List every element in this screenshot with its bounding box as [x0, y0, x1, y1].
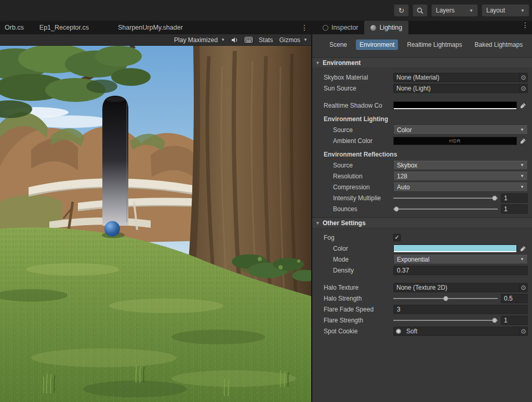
foldout-icon: ▼	[315, 60, 320, 66]
compression-row: Compression Auto ▼	[324, 182, 528, 192]
inspector-icon	[323, 25, 328, 31]
lighting-source-row: Source Color ▼	[324, 125, 528, 135]
chevron-down-icon: ▼	[521, 8, 525, 13]
search-button[interactable]	[413, 4, 428, 17]
reflections-source-row: Source Skybox ▼	[324, 160, 528, 170]
tab-inspector[interactable]: Inspector	[316, 21, 364, 34]
intensity-multiplier-value[interactable]: 1	[501, 193, 528, 203]
spot-cookie-row: Spot Cookie Soft ⊙	[324, 326, 528, 336]
fog-mode-dropdown[interactable]: Exponential ▼	[393, 255, 528, 264]
chevron-down-icon: ▼	[469, 8, 473, 13]
fog-density-field[interactable]: 0.37	[393, 266, 528, 275]
flare-strength-row: Flare Strength 1	[324, 315, 528, 325]
object-picker-icon[interactable]: ⊙	[519, 73, 527, 82]
fog-mode-row: Mode Exponential ▼	[324, 254, 528, 264]
reflections-source-dropdown[interactable]: Skybox ▼	[393, 161, 528, 170]
resolution-dropdown[interactable]: 128 ▼	[393, 172, 528, 181]
other-settings-section-header[interactable]: ▼ Other Settings	[312, 217, 532, 228]
stats-button[interactable]: Stats	[259, 36, 273, 44]
eyedropper-icon[interactable]	[518, 137, 528, 145]
flare-strength-slider[interactable]	[393, 316, 498, 325]
play-maximized-dropdown[interactable]: Play Maximized ▼	[174, 36, 225, 44]
fog-row: Fog ✓	[324, 232, 528, 242]
resolution-row: Resolution 128 ▼	[324, 171, 528, 181]
check-icon: ✓	[394, 235, 399, 240]
layers-dropdown[interactable]: Layers ▼	[431, 4, 478, 17]
chevron-down-icon: ▼	[303, 37, 308, 42]
subtab-scene[interactable]: Scene	[326, 40, 351, 50]
fog-color-row: Color	[324, 243, 528, 253]
panel-tabs: Inspector Lighting ⋮	[312, 21, 532, 34]
layout-dropdown[interactable]: Layout ▼	[482, 4, 529, 17]
sun-source-row: Sun Source None (Light) ⊙	[324, 83, 528, 93]
skybox-material-field[interactable]: None (Material) ⊙	[393, 73, 528, 82]
search-icon	[417, 7, 423, 14]
object-picker-icon[interactable]: ⊙	[519, 84, 527, 93]
scene-image	[0, 46, 311, 402]
chevron-down-icon: ▼	[520, 127, 524, 132]
bounces-row: Bounces 1	[324, 204, 528, 214]
intensity-multiplier-row: Intensity Multiplie 1	[324, 193, 528, 203]
chevron-down-icon: ▼	[520, 185, 524, 189]
flare-fade-speed-field[interactable]: 3	[393, 305, 528, 314]
script-tabs: Orb.cs Ep1_Receptor.cs SharpenUrpMy.shad…	[0, 21, 312, 34]
main-toolbar: ↻ Layers ▼ Layout ▼	[0, 0, 532, 21]
history-button[interactable]: ↻	[394, 4, 409, 17]
history-icon: ↻	[398, 6, 405, 15]
halo-strength-value[interactable]: 0.5	[501, 294, 528, 303]
environment-section-header[interactable]: ▼ Environment	[312, 57, 532, 68]
spot-cookie-field[interactable]: Soft ⊙	[393, 327, 528, 336]
chevron-down-icon: ▼	[221, 37, 225, 42]
eyedropper-icon[interactable]	[518, 101, 528, 110]
bounces-slider[interactable]	[393, 205, 498, 213]
halo-strength-row: Halo Strength 0.5	[324, 293, 528, 303]
tab-strip: Orb.cs Ep1_Receptor.cs SharpenUrpMy.shad…	[0, 21, 532, 34]
chevron-down-icon: ▼	[520, 163, 524, 167]
gizmos-dropdown[interactable]: Gizmos ▼	[279, 36, 308, 44]
speaker-icon	[231, 37, 238, 43]
compression-dropdown[interactable]: Auto ▼	[393, 183, 528, 192]
fog-density-row: Density 0.37	[324, 265, 528, 275]
more-menu-icon[interactable]: ⋮	[301, 23, 308, 32]
bounces-value[interactable]: 1	[501, 204, 528, 214]
game-view[interactable]	[0, 46, 311, 402]
fog-checkbox[interactable]: ✓	[393, 234, 401, 241]
object-picker-icon[interactable]: ⊙	[519, 327, 527, 335]
lighting-subtabs: Scene Environment Realtime Lightmaps Bak…	[312, 34, 532, 54]
subtab-baked-lightmaps[interactable]: Baked Lightmaps	[471, 40, 526, 50]
tab-sharpenurpmy-shader[interactable]: SharpenUrpMy.shader	[116, 24, 185, 31]
more-menu-icon[interactable]: ⋮	[522, 21, 529, 34]
halo-texture-field[interactable]: None (Texture 2D) ⊙	[393, 283, 528, 292]
shadow-color-swatch[interactable]	[393, 101, 517, 110]
tab-orb-cs[interactable]: Orb.cs	[3, 24, 26, 31]
lighting-panel: Scene Environment Realtime Lightmaps Bak…	[312, 34, 532, 402]
realtime-shadow-color-row: Realtime Shadow Co	[324, 100, 528, 110]
object-picker-icon[interactable]: ⊙	[519, 283, 527, 292]
eyedropper-icon[interactable]	[518, 244, 528, 253]
halo-texture-row: Halo Texture None (Texture 2D) ⊙	[324, 282, 528, 292]
lighting-source-dropdown[interactable]: Color ▼	[393, 125, 528, 135]
fog-color-swatch[interactable]	[393, 244, 517, 253]
ambient-color-field[interactable]: HDR	[393, 137, 517, 145]
mute-audio-button[interactable]	[231, 37, 238, 43]
sun-source-field[interactable]: None (Light) ⊙	[393, 84, 528, 93]
lighting-icon	[370, 25, 376, 31]
game-view-pane: Play Maximized ▼ Stats Gizmos ▼	[0, 34, 312, 402]
keyboard-icon	[245, 37, 252, 43]
chevron-down-icon: ▼	[520, 174, 524, 178]
vsync-button[interactable]	[245, 37, 252, 43]
halo-strength-slider[interactable]	[393, 294, 498, 303]
subtab-environment[interactable]: Environment	[356, 40, 398, 50]
game-toolbar: Play Maximized ▼ Stats Gizmos ▼	[0, 34, 311, 46]
flare-strength-value[interactable]: 1	[501, 316, 528, 325]
intensity-multiplier-slider[interactable]	[393, 194, 498, 202]
tab-ep1-receptor-cs[interactable]: Ep1_Receptor.cs	[37, 24, 91, 31]
flare-fade-speed-row: Flare Fade Speed 3	[324, 304, 528, 314]
environment-lighting-group: Environment Lighting	[324, 115, 528, 124]
environment-reflections-group: Environment Reflections	[324, 151, 528, 159]
tab-lighting[interactable]: Lighting	[364, 21, 408, 34]
subtab-realtime-lightmaps[interactable]: Realtime Lightmaps	[403, 40, 466, 50]
skybox-material-row: Skybox Material None (Material) ⊙	[324, 72, 528, 82]
ambient-color-row: Ambient Color HDR	[324, 136, 528, 146]
cookie-preview-icon	[396, 329, 401, 334]
